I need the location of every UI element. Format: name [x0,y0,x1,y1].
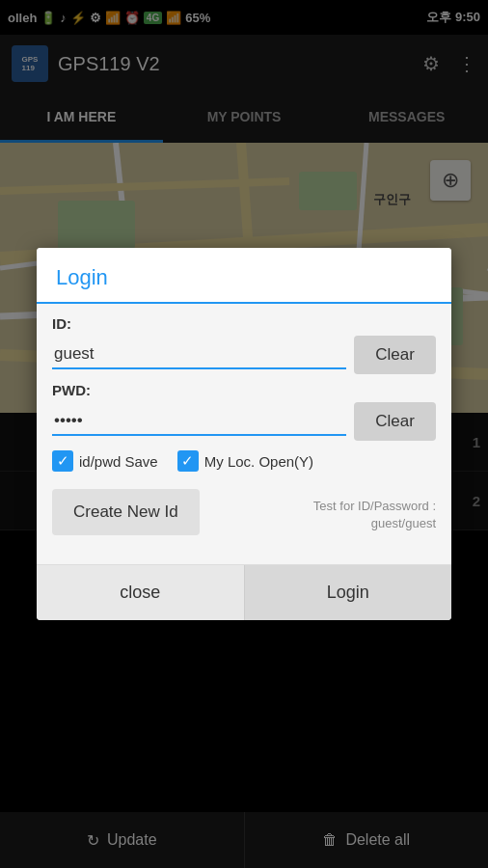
dialog-header: Login [37,248,451,304]
pwd-label: PWD: [52,382,436,398]
dialog-title: Login [56,265,432,290]
id-input-row: Clear [52,336,436,374]
test-info-line1: Test for ID/Password : [313,498,436,515]
save-pwd-label: id/pwd Save [79,453,158,470]
pwd-field-row: PWD: Clear [52,382,436,441]
pwd-clear-button[interactable]: Clear [354,402,436,441]
my-loc-label: My Loc. Open(Y) [204,453,313,470]
login-dialog: Login ID: Clear PWD: Clear [37,248,451,620]
dialog-body: ID: Clear PWD: Clear ✓ id/pwd Save [37,304,451,564]
my-loc-check-item: ✓ My Loc. Open(Y) [177,450,313,472]
checkboxes-row: ✓ id/pwd Save ✓ My Loc. Open(Y) [52,450,436,472]
create-info-row: Create New Id Test for ID/Password : gue… [52,481,436,549]
id-clear-button[interactable]: Clear [354,336,436,374]
dialog-overlay: Login ID: Clear PWD: Clear [0,0,488,868]
save-pwd-check-item: ✓ id/pwd Save [52,450,158,472]
save-pwd-checkbox[interactable]: ✓ [52,450,73,472]
create-new-id-button[interactable]: Create New Id [52,489,200,535]
test-info: Test for ID/Password : guest/guest [313,498,436,532]
pwd-input[interactable] [52,407,346,436]
id-field-row: ID: Clear [52,315,436,374]
id-label: ID: [52,315,436,332]
close-button[interactable]: close [37,565,245,620]
my-loc-checkbox[interactable]: ✓ [177,450,199,472]
id-input[interactable] [52,340,346,369]
dialog-buttons: close Login [37,564,451,620]
test-info-line2: guest/guest [313,515,436,532]
pwd-input-row: Clear [52,402,436,441]
login-button[interactable]: Login [245,565,452,620]
